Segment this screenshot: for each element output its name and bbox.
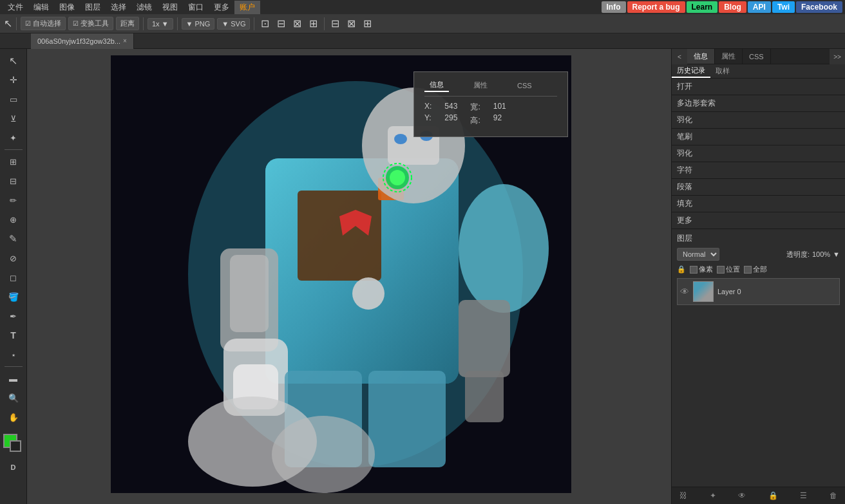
- effects-icon[interactable]: ✦: [707, 490, 719, 501]
- panel-nav-right[interactable]: >>: [830, 49, 845, 64]
- menu-item-image[interactable]: 图像: [54, 1, 80, 14]
- delete-layer-icon[interactable]: 🗑: [827, 490, 840, 501]
- checkbox-icon: ☑: [25, 20, 31, 27]
- layers-section: 图层 Normal 透明度: 100% ▼ 🔒 像素: [672, 229, 845, 310]
- info-w: 宽: 高:: [470, 102, 480, 126]
- crop-icon[interactable]: ⊡: [258, 17, 272, 30]
- arrange-icon[interactable]: ⊞: [361, 17, 374, 30]
- lock-pixel-checkbox[interactable]: [690, 266, 698, 274]
- tool-pen[interactable]: ✒: [4, 307, 23, 325]
- css-tab[interactable]: CSS: [512, 79, 537, 92]
- tool-brush[interactable]: ✎: [4, 230, 23, 248]
- grid-icon[interactable]: ⊟: [328, 17, 342, 30]
- tool-rect-select[interactable]: ▭: [4, 90, 23, 108]
- align-right-icon[interactable]: ⊞: [307, 17, 320, 30]
- section-brush-header[interactable]: 笔刷: [672, 129, 845, 145]
- doc-tab[interactable]: 006aS0nyjw1f32gow32b... ×: [31, 33, 134, 49]
- section-char-header[interactable]: 字符: [672, 162, 845, 178]
- menu-item-view[interactable]: 视图: [157, 1, 183, 14]
- zoom-btn[interactable]: 1x ▼: [147, 18, 173, 30]
- badge-facebook[interactable]: Facebook: [796, 1, 842, 13]
- lock-pixel[interactable]: 像素: [690, 265, 713, 274]
- canvas-area[interactable]: 信息 属性 CSS X: Y: 543 295 宽: 高: 101: [27, 49, 671, 504]
- lock-all[interactable]: 全部: [744, 265, 767, 274]
- tool-heal[interactable]: ⊕: [4, 210, 23, 229]
- tool-eraser[interactable]: ◻: [4, 268, 23, 286]
- svg-export-btn[interactable]: ▼ SVG: [217, 18, 250, 30]
- tool-fill[interactable]: 🪣: [4, 288, 23, 306]
- distribute-icon[interactable]: ⊠: [345, 17, 358, 30]
- tool-stamp[interactable]: ⊘: [4, 249, 23, 267]
- lock-pos-checkbox[interactable]: [717, 266, 725, 274]
- menu-item-select[interactable]: 选择: [106, 1, 131, 14]
- default-colors-btn[interactable]: D: [4, 458, 23, 476]
- tool-zoom[interactable]: 🔍: [4, 389, 23, 407]
- attr-tab[interactable]: 属性: [468, 79, 493, 92]
- subtab-history[interactable]: 历史记录: [672, 64, 710, 78]
- align-left-icon[interactable]: ⊟: [274, 17, 288, 30]
- tool-hand[interactable]: ✋: [4, 408, 23, 426]
- lock-all-label: 全部: [753, 265, 767, 274]
- section-para-header[interactable]: 段落: [672, 179, 845, 195]
- tool-measure[interactable]: ⊟: [4, 172, 23, 190]
- badge-twi[interactable]: Twi: [772, 1, 795, 13]
- panel-nav-left[interactable]: <: [672, 49, 687, 64]
- svg-rect-23: [459, 300, 510, 377]
- opacity-dropdown-icon[interactable]: ▼: [833, 250, 840, 258]
- tool-smudge[interactable]: ⋆: [4, 346, 23, 364]
- tool-magic[interactable]: ✦: [4, 129, 23, 147]
- sep5: [324, 17, 325, 30]
- lock-panel-icon[interactable]: 🔒: [766, 490, 781, 501]
- lock-pixel-label: 像素: [699, 265, 713, 274]
- tool-lasso[interactable]: ⊻: [4, 109, 23, 127]
- menu-item-layer[interactable]: 图层: [80, 1, 106, 14]
- auto-select-btn[interactable]: ☑ 自动选择: [21, 17, 66, 30]
- link-icon[interactable]: ⛓: [677, 490, 690, 501]
- panel-tab-attr[interactable]: 属性: [715, 49, 743, 64]
- close-tab-btn[interactable]: ×: [123, 37, 127, 44]
- visibility-icon[interactable]: 👁: [736, 490, 748, 501]
- menu-item-window[interactable]: 窗口: [183, 1, 209, 14]
- info-tab[interactable]: 信息: [424, 79, 449, 92]
- section-open-header[interactable]: 打开: [672, 79, 845, 95]
- layer-visibility-icon[interactable]: 👁: [680, 286, 689, 297]
- tool-dropper[interactable]: ✏: [4, 191, 23, 209]
- tool-rectangle-shape[interactable]: ▬: [4, 369, 23, 387]
- tool-crop[interactable]: ⊞: [4, 153, 23, 171]
- panel-tab-css[interactable]: CSS: [743, 49, 771, 64]
- section-poly-header[interactable]: 多边形套索: [672, 95, 845, 111]
- tool-text[interactable]: T: [4, 326, 23, 344]
- section-feather1-header[interactable]: 羽化: [672, 112, 845, 128]
- subtab-sample[interactable]: 取样: [710, 64, 735, 78]
- badge-learn[interactable]: Learn: [687, 1, 718, 13]
- nav-badges: Info Report a bug Learn Blog API Twi Fac…: [602, 1, 843, 13]
- top-nav: 文件 编辑 图像 图层 选择 滤镜 视图 窗口 更多 账户 Info Repor…: [0, 0, 845, 14]
- badge-blog[interactable]: Blog: [719, 1, 746, 13]
- section-more-header[interactable]: 更多: [672, 212, 845, 229]
- badge-api[interactable]: API: [748, 1, 771, 13]
- menu-item-file[interactable]: 文件: [3, 1, 28, 14]
- section-fill-header[interactable]: 填充: [672, 196, 845, 212]
- menu-item-more[interactable]: 更多: [209, 1, 234, 14]
- layer-mode-select[interactable]: Normal: [677, 248, 719, 261]
- align-center-icon[interactable]: ⊠: [290, 17, 304, 30]
- distance-btn[interactable]: 距离: [116, 17, 139, 30]
- section-feather2-header[interactable]: 羽化: [672, 145, 845, 162]
- menu-item-account[interactable]: 账户: [234, 1, 260, 14]
- transform-btn[interactable]: ☑ 变换工具: [68, 17, 113, 30]
- png-export-btn[interactable]: ▼ PNG: [182, 18, 215, 30]
- badge-info[interactable]: Info: [602, 1, 626, 13]
- lock-all-checkbox[interactable]: [744, 266, 752, 274]
- bg-color-swatch[interactable]: [10, 440, 21, 452]
- badge-report-bug[interactable]: Report a bug: [627, 1, 685, 13]
- add-layer-icon[interactable]: ☰: [797, 490, 810, 501]
- menu-item-filter[interactable]: 滤镜: [131, 1, 157, 14]
- tool-move[interactable]: ↖: [4, 51, 23, 70]
- menu-item-edit[interactable]: 编辑: [28, 1, 54, 14]
- tool-crosshair[interactable]: ✛: [4, 71, 23, 89]
- layer-item[interactable]: 👁 Layer 0: [677, 278, 840, 305]
- panel-tab-info[interactable]: 信息: [687, 49, 715, 64]
- lock-pos[interactable]: 位置: [717, 265, 740, 274]
- move-icon: ↖: [4, 17, 12, 30]
- dropdown-icon: ▼: [162, 20, 169, 28]
